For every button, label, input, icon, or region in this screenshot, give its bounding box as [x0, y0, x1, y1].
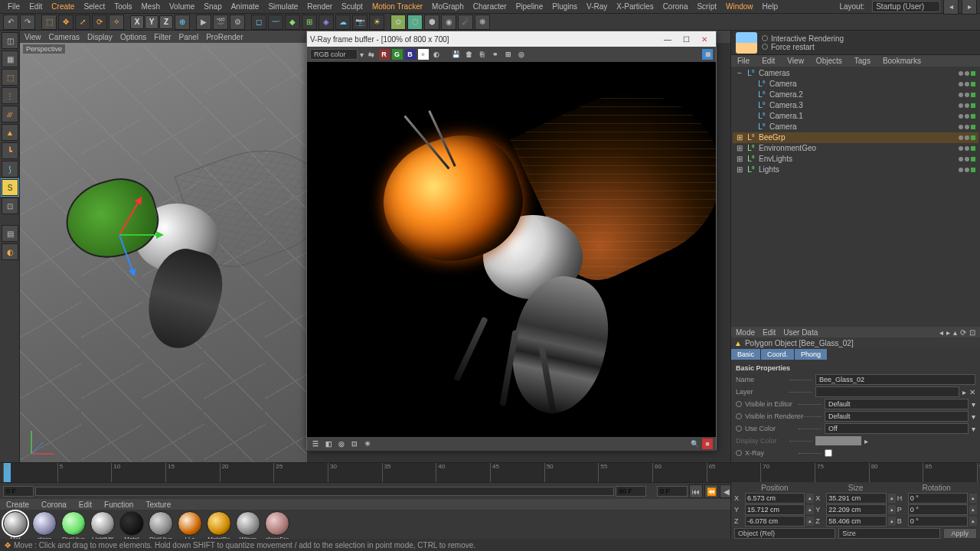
object-tree[interactable]: −L°CamerasL°CameraL°Camera.2L°Camera.3L°… [731, 67, 980, 327]
mat-tab-corona[interactable]: Corona [35, 500, 73, 509]
axis-z-button[interactable]: Z [159, 15, 173, 29]
vp-menu-display[interactable]: Display [87, 33, 113, 41]
spinner-icon[interactable]: ▴ [969, 494, 977, 503]
vis-render-dot[interactable] [965, 71, 969, 76]
vis-render-dot[interactable] [965, 168, 969, 172]
menu-plugins[interactable]: Plugins [547, 2, 582, 11]
coord-tab[interactable]: Coord. [761, 349, 795, 360]
vp-menu-view[interactable]: View [24, 33, 41, 41]
rot-h-input[interactable] [908, 493, 968, 504]
layout-next-icon[interactable]: ▸ [962, 0, 977, 15]
nurbs-icon[interactable]: ◆ [285, 15, 300, 30]
expand-icon[interactable]: ⊞ [736, 144, 743, 152]
range-slider[interactable] [35, 487, 614, 496]
axis-icon[interactable]: ┗ [2, 142, 18, 159]
plugin1-icon[interactable]: ✿ [390, 15, 406, 30]
tree-item-envlights[interactable]: ⊞L°EnvLights [733, 154, 978, 165]
menu-motion-tracker[interactable]: Motion Tracker [368, 2, 427, 11]
render-view-icon[interactable]: ▶ [196, 15, 211, 30]
name-input[interactable] [815, 374, 975, 385]
obj-tab-file[interactable]: File [731, 57, 756, 65]
close-icon[interactable]: ✕ [696, 34, 713, 44]
material-metal[interactable]: Metal [118, 511, 145, 543]
vis-editor-anim-icon[interactable] [736, 401, 742, 407]
vray-frame-buffer-window[interactable]: V-Ray frame buffer - [100% of 800 x 700]… [306, 31, 717, 450]
enable-toggle[interactable] [971, 82, 975, 86]
ir-radio-icon[interactable] [762, 35, 768, 41]
move-tool-icon[interactable]: ✥ [58, 15, 74, 30]
prev-key-icon[interactable]: ⏪ [704, 484, 718, 498]
rot-p-input[interactable] [908, 504, 968, 515]
enable-toggle[interactable] [971, 103, 975, 108]
dd-icon[interactable]: ▾ [972, 425, 975, 433]
vis-editor-dot[interactable] [959, 146, 963, 151]
clear-icon[interactable]: 🗑 [464, 49, 475, 60]
enable-toggle[interactable] [971, 71, 975, 76]
rot-b-input[interactable] [908, 516, 968, 527]
fr-radio-icon[interactable] [762, 44, 768, 50]
menu-select[interactable]: Select [79, 2, 109, 11]
spinner-icon[interactable]: ▴ [969, 505, 977, 514]
material-glass[interactable]: glass [31, 511, 58, 543]
enable-toggle[interactable] [971, 114, 975, 119]
vp-menu-prorender[interactable]: ProRender [206, 33, 243, 41]
timeline-ruler[interactable]: 051015202530354045505560657075808590 [3, 463, 977, 482]
menu-file[interactable]: File [3, 2, 24, 11]
snap-icon[interactable]: S [2, 179, 18, 196]
menu-corona[interactable]: Corona [658, 2, 693, 11]
material-mat[interactable]: Mat [2, 511, 29, 543]
live-select-icon[interactable]: ⬚ [41, 15, 57, 30]
tree-item-camera-2[interactable]: L°Camera.2 [733, 90, 978, 100]
attr-edit-tab[interactable]: Edit [763, 328, 776, 337]
spline-icon[interactable]: 〰 [268, 15, 283, 30]
attr-lock-icon[interactable]: ⟳ [960, 328, 966, 337]
dd-icon[interactable]: ▾ [972, 400, 975, 409]
menu-x-particles[interactable]: X-Particles [612, 2, 658, 11]
attr-userdata-tab[interactable]: User Data [783, 328, 818, 337]
link-icon[interactable]: ⚭ [490, 49, 501, 60]
vis-editor-dropdown[interactable] [825, 399, 969, 409]
attr-up-icon[interactable]: ▴ [953, 328, 957, 337]
tree-item-environmentgeo[interactable]: ⊞L°EnvironmentGeo [733, 143, 978, 154]
model-mode-icon[interactable]: ◫ [2, 32, 18, 49]
enable-toggle[interactable] [971, 135, 975, 140]
vis-render-dot[interactable] [965, 103, 969, 108]
size-z-input[interactable] [826, 516, 886, 527]
vis-editor-dot[interactable] [959, 135, 963, 140]
attr-new-icon[interactable]: ⊡ [969, 328, 975, 337]
pos-x-input[interactable] [745, 493, 805, 504]
vp-menu-filter[interactable]: Filter [154, 33, 171, 41]
g-channel-button[interactable]: G [392, 49, 403, 60]
vis-editor-dot[interactable] [959, 125, 963, 129]
start-frame-input[interactable] [3, 486, 34, 497]
basic-tab[interactable]: Basic [731, 349, 761, 360]
menu-animate[interactable]: Animate [227, 2, 264, 11]
mat-tab-function[interactable]: Function [98, 500, 139, 509]
light-icon[interactable]: ☀ [369, 15, 384, 30]
dd-icon[interactable]: ▾ [972, 412, 975, 421]
rotate-tool-icon[interactable]: ⟳ [92, 15, 107, 30]
current-frame-input[interactable] [657, 486, 688, 497]
dispcolor-swatch[interactable] [815, 436, 861, 445]
render-settings-icon[interactable]: ⚙ [230, 15, 245, 30]
tree-item-camera[interactable]: L°Camera [733, 122, 978, 132]
edge-mode-icon[interactable]: ⫻ [2, 106, 18, 122]
vis-editor-dot[interactable] [959, 71, 963, 76]
viewport-solo-icon[interactable]: ▤ [2, 225, 18, 242]
xray-anim-icon[interactable] [736, 450, 742, 456]
tree-item-cameras[interactable]: −L°Cameras [733, 68, 978, 79]
vis-editor-dot[interactable] [959, 114, 963, 119]
menu-window[interactable]: Window [721, 2, 758, 11]
enable-toggle[interactable] [971, 125, 975, 129]
phong-tab[interactable]: Phong [795, 349, 828, 360]
tree-item-camera-1[interactable]: L°Camera.1 [733, 111, 978, 122]
vfb-cc-icon[interactable]: ☀ [362, 439, 373, 449]
enable-toggle[interactable] [971, 168, 975, 172]
enable-toggle[interactable] [971, 93, 975, 97]
enable-toggle[interactable] [971, 146, 975, 151]
region-icon[interactable]: ⊞ [503, 49, 514, 60]
vis-render-dot[interactable] [965, 146, 969, 151]
spinner-icon[interactable]: ▴ [888, 494, 896, 503]
axis-y-button[interactable]: Y [145, 15, 158, 29]
r-channel-button[interactable]: R [379, 49, 390, 60]
